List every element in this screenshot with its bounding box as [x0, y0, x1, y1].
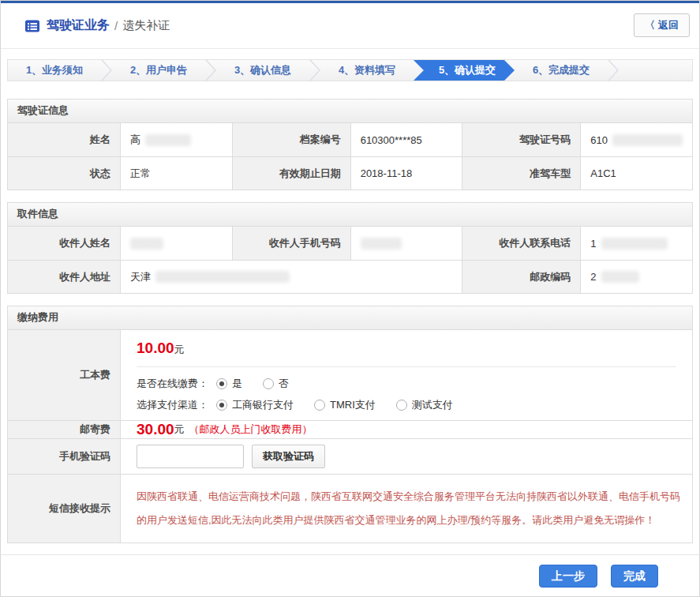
page: 驾驶证业务 / 遗失补证 〈 返回 1、业务须知 2、用户申告 3、确认信息 4…	[0, 0, 700, 597]
expiry-date-value: 2018-11-18	[350, 156, 462, 190]
step-1-business-notice: 1、业务须知	[8, 60, 101, 81]
cost-fee-label: 工本费	[8, 330, 120, 420]
previous-step-button[interactable]: 上一步	[539, 565, 597, 588]
license-business-icon	[24, 18, 40, 34]
pickup-info-section: 取件信息 收件人姓名 收件人手机号码 收件人联系电话 1 收件人地址 天津 邮政…	[7, 202, 693, 294]
redacted-blur	[155, 271, 290, 283]
sms-code-input[interactable]	[137, 445, 244, 468]
recipient-phone-value: 1	[580, 227, 692, 260]
step-6-finish-submit: 6、完成提交	[515, 60, 608, 81]
online-yes-label: 是	[232, 377, 242, 391]
postage-fee-unit: 元	[174, 422, 185, 437]
radio-icon	[314, 400, 325, 411]
redacted-blur	[145, 134, 191, 146]
radio-icon	[396, 400, 407, 411]
fee-divider	[137, 366, 676, 367]
channel-icbc-label: 工商银行支付	[232, 398, 294, 412]
postage-fee-note: （邮政人员上门收取费用）	[189, 422, 313, 437]
get-sms-code-button[interactable]: 获取验证码	[252, 445, 325, 468]
chevron-separator-icon	[101, 60, 112, 81]
page-title: 驾驶证业务	[47, 17, 110, 34]
status-label: 状态	[8, 156, 120, 190]
online-payment-question: 是否在线缴费：	[137, 377, 208, 391]
step-4-fill-data: 4、资料填写	[320, 60, 414, 81]
fees-section-title: 缴纳费用	[7, 306, 693, 329]
radio-icon	[263, 378, 274, 389]
license-number-value: 610	[580, 123, 692, 156]
sms-tip-text: 因陕西省联通、电信运营商技术问题，陕西省互联网交通安全综合服务管理平台无法向持陕…	[120, 474, 692, 543]
recipient-mobile-value	[350, 227, 462, 260]
recipient-address-value: 天津	[120, 260, 462, 293]
breadcrumb-current: 遗失补证	[122, 18, 170, 33]
back-chevron-icon: 〈	[645, 18, 655, 32]
step-bar-filler	[619, 60, 692, 81]
license-info-table: 姓名 高 档案编号 610300****85 驾驶证号码 610 状态 正常 有…	[7, 122, 693, 190]
status-value: 正常	[120, 156, 232, 190]
footer-action-bar: 上一步 完成	[1, 554, 699, 588]
name-label: 姓名	[8, 123, 120, 156]
breadcrumb-separator: /	[114, 19, 118, 32]
step-2-user-declaration: 2、用户申告	[112, 60, 205, 81]
radio-icon	[216, 378, 227, 389]
recipient-phone-label: 收件人联系电话	[462, 227, 580, 260]
cost-fee-unit: 元	[174, 344, 185, 355]
payment-channel-question-row: 选择支付渠道： 工商银行支付 TMRI支付 测试支付	[137, 398, 676, 412]
postage-fee-cell: 30.00元 （邮政人员上门收取费用）	[120, 420, 692, 438]
channel-tmri-label: TMRI支付	[330, 398, 376, 412]
pickup-section-title: 取件信息	[7, 202, 693, 226]
channel-test-radio[interactable]: 测试支付	[396, 398, 453, 412]
online-yes-radio[interactable]: 是	[216, 377, 242, 391]
finish-button[interactable]: 完成	[611, 565, 658, 588]
page-header: 驾驶证业务 / 遗失补证 〈 返回	[1, 3, 699, 49]
redacted-blur	[601, 271, 639, 283]
back-button-label: 返回	[658, 18, 679, 32]
sms-code-cell: 获取验证码	[120, 438, 692, 474]
name-value: 高	[120, 123, 232, 156]
sms-code-label: 手机验证码	[8, 438, 120, 474]
fees-table: 工本费 10.00元 是否在线缴费： 是 否 选择支付渠道： 工商银行支付 TM…	[7, 329, 693, 543]
recipient-mobile-label: 收件人手机号码	[232, 227, 350, 260]
redacted-blur	[601, 238, 668, 250]
recipient-name-value	[120, 227, 232, 260]
chevron-separator-icon	[608, 60, 619, 81]
online-no-radio[interactable]: 否	[263, 377, 289, 391]
fees-section: 缴纳费用 工本费 10.00元 是否在线缴费： 是 否 选择支付渠道： 工商银行…	[7, 306, 693, 543]
cost-fee-amount: 10.00	[137, 340, 174, 356]
redacted-blur	[130, 238, 163, 250]
step-3-confirm-info: 3、确认信息	[216, 60, 309, 81]
recipient-address-label: 收件人地址	[8, 260, 120, 293]
license-number-label: 驾驶证号码	[462, 123, 580, 156]
vehicle-class-label: 准驾车型	[462, 156, 580, 190]
postage-fee-label: 邮寄费	[8, 420, 120, 438]
back-button[interactable]: 〈 返回	[634, 13, 690, 37]
postal-code-label: 邮政编码	[462, 260, 580, 293]
redacted-blur	[361, 238, 402, 250]
channel-tmri-radio[interactable]: TMRI支付	[314, 398, 376, 412]
radio-icon	[216, 400, 227, 411]
chevron-separator-icon	[309, 60, 320, 81]
recipient-name-label: 收件人姓名	[8, 227, 120, 260]
chevron-separator-icon	[205, 60, 216, 81]
step-5-confirm-submit-active: 5、确认提交	[414, 60, 515, 81]
cost-fee-amount-line: 10.00元	[137, 340, 676, 357]
file-number-label: 档案编号	[232, 123, 350, 156]
channel-icbc-radio[interactable]: 工商银行支付	[216, 398, 294, 412]
file-number-value: 610300****85	[350, 123, 462, 156]
sms-tip-label: 短信接收提示	[8, 474, 120, 543]
payment-channel-question: 选择支付渠道：	[137, 398, 208, 412]
expiry-date-label: 有效期止日期	[232, 156, 350, 190]
vehicle-class-value: A1C1	[580, 156, 692, 190]
postage-fee-amount: 30.00	[137, 421, 174, 438]
online-no-label: 否	[279, 377, 289, 391]
postal-code-value: 2	[580, 260, 692, 293]
license-info-section: 驾驶证信息 姓名 高 档案编号 610300****85 驾驶证号码 610 状…	[7, 99, 693, 190]
channel-test-label: 测试支付	[412, 398, 453, 412]
cost-fee-cell: 10.00元 是否在线缴费： 是 否 选择支付渠道： 工商银行支付 TMRI支付…	[120, 330, 692, 420]
online-payment-question-row: 是否在线缴费： 是 否	[137, 377, 676, 391]
step-wizard: 1、业务须知 2、用户申告 3、确认信息 4、资料填写 5、确认提交 6、完成提…	[7, 59, 693, 81]
pickup-info-table: 收件人姓名 收件人手机号码 收件人联系电话 1 收件人地址 天津 邮政编码 2	[7, 226, 693, 294]
redacted-blur	[612, 134, 683, 146]
license-section-title: 驾驶证信息	[7, 99, 693, 122]
